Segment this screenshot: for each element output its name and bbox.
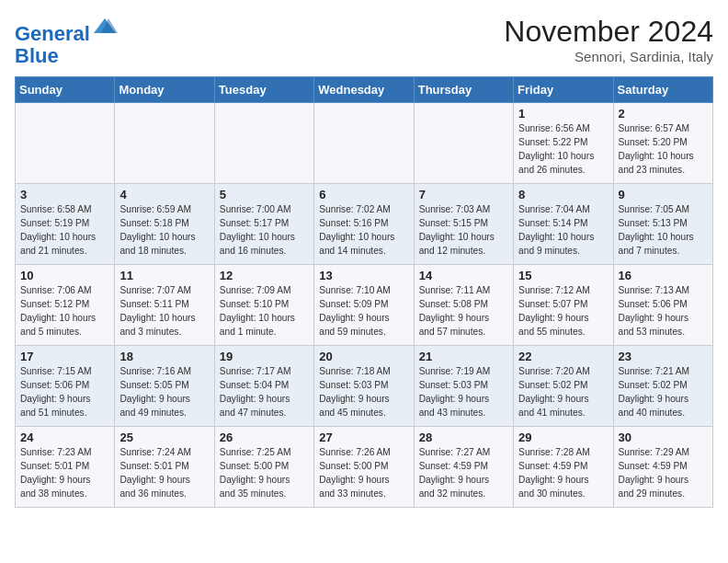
day-info: Sunrise: 7:10 AM Sunset: 5:09 PM Dayligh… (319, 284, 408, 339)
month-title: November 2024 (504, 15, 713, 49)
day-info: Sunrise: 7:06 AM Sunset: 5:12 PM Dayligh… (20, 284, 109, 339)
logo: General Blue (15, 15, 118, 67)
calendar-cell: 30Sunrise: 7:29 AM Sunset: 4:59 PM Dayli… (613, 427, 712, 508)
day-info: Sunrise: 7:17 AM Sunset: 5:04 PM Dayligh… (220, 365, 309, 419)
calendar-week-row: 3Sunrise: 6:58 AM Sunset: 5:19 PM Daylig… (16, 184, 713, 265)
day-number: 26 (220, 431, 309, 444)
day-info: Sunrise: 7:11 AM Sunset: 5:08 PM Dayligh… (419, 284, 508, 339)
day-number: 16 (619, 269, 708, 282)
calendar-cell: 8Sunrise: 7:04 AM Sunset: 5:14 PM Daylig… (514, 184, 613, 265)
day-number: 8 (518, 188, 608, 201)
day-info: Sunrise: 7:25 AM Sunset: 5:00 PM Dayligh… (220, 446, 309, 500)
day-info: Sunrise: 7:21 AM Sunset: 5:02 PM Dayligh… (619, 365, 708, 419)
day-info: Sunrise: 7:00 AM Sunset: 5:17 PM Dayligh… (220, 203, 309, 258)
day-info: Sunrise: 7:04 AM Sunset: 5:14 PM Dayligh… (518, 203, 608, 258)
calendar-week-row: 17Sunrise: 7:15 AM Sunset: 5:06 PM Dayli… (16, 346, 713, 427)
day-number: 18 (119, 350, 209, 363)
day-number: 6 (319, 188, 408, 201)
weekday-header-saturday: Saturday (613, 77, 712, 103)
day-info: Sunrise: 6:58 AM Sunset: 5:19 PM Dayligh… (20, 203, 109, 258)
day-number: 13 (319, 269, 408, 282)
logo-text: General (15, 15, 118, 45)
day-number: 24 (20, 431, 109, 444)
day-info: Sunrise: 7:20 AM Sunset: 5:02 PM Dayligh… (518, 365, 608, 419)
day-info: Sunrise: 7:29 AM Sunset: 4:59 PM Dayligh… (619, 446, 708, 500)
day-info: Sunrise: 7:23 AM Sunset: 5:01 PM Dayligh… (20, 446, 109, 500)
calendar-cell: 18Sunrise: 7:16 AM Sunset: 5:05 PM Dayli… (115, 346, 214, 427)
day-info: Sunrise: 7:12 AM Sunset: 5:07 PM Dayligh… (518, 284, 608, 339)
day-info: Sunrise: 7:15 AM Sunset: 5:06 PM Dayligh… (20, 365, 109, 419)
day-number: 19 (220, 350, 309, 363)
day-number: 7 (419, 188, 508, 201)
calendar-cell: 16Sunrise: 7:13 AM Sunset: 5:06 PM Dayli… (613, 265, 712, 346)
day-number: 3 (20, 188, 109, 201)
calendar-cell: 28Sunrise: 7:27 AM Sunset: 4:59 PM Dayli… (414, 427, 513, 508)
day-info: Sunrise: 7:18 AM Sunset: 5:03 PM Dayligh… (319, 365, 408, 419)
day-number: 15 (518, 269, 608, 282)
calendar-cell: 20Sunrise: 7:18 AM Sunset: 5:03 PM Dayli… (314, 346, 414, 427)
calendar-cell: 5Sunrise: 7:00 AM Sunset: 5:17 PM Daylig… (214, 184, 313, 265)
weekday-header-friday: Friday (514, 77, 613, 103)
calendar-cell (214, 103, 313, 184)
weekday-header-monday: Monday (115, 77, 214, 103)
day-number: 2 (619, 107, 708, 121)
calendar-cell (314, 103, 414, 184)
day-info: Sunrise: 7:05 AM Sunset: 5:13 PM Dayligh… (619, 203, 708, 258)
calendar-week-row: 24Sunrise: 7:23 AM Sunset: 5:01 PM Dayli… (16, 427, 713, 508)
day-number: 29 (518, 431, 608, 444)
calendar-week-row: 1Sunrise: 6:56 AM Sunset: 5:22 PM Daylig… (16, 103, 713, 184)
calendar-cell: 22Sunrise: 7:20 AM Sunset: 5:02 PM Dayli… (514, 346, 613, 427)
calendar-cell: 17Sunrise: 7:15 AM Sunset: 5:06 PM Dayli… (16, 346, 115, 427)
day-number: 20 (319, 350, 408, 363)
calendar-table: SundayMondayTuesdayWednesdayThursdayFrid… (15, 76, 713, 508)
day-info: Sunrise: 7:28 AM Sunset: 4:59 PM Dayligh… (518, 446, 608, 500)
day-info: Sunrise: 7:27 AM Sunset: 4:59 PM Dayligh… (419, 446, 508, 500)
calendar-cell: 7Sunrise: 7:03 AM Sunset: 5:15 PM Daylig… (414, 184, 513, 265)
calendar-cell: 2Sunrise: 6:57 AM Sunset: 5:20 PM Daylig… (613, 103, 712, 184)
day-number: 11 (119, 269, 209, 282)
day-number: 22 (518, 350, 608, 363)
calendar-cell: 27Sunrise: 7:26 AM Sunset: 5:00 PM Dayli… (314, 427, 414, 508)
day-number: 14 (419, 269, 508, 282)
day-info: Sunrise: 7:13 AM Sunset: 5:06 PM Dayligh… (619, 284, 708, 339)
calendar-cell: 14Sunrise: 7:11 AM Sunset: 5:08 PM Dayli… (414, 265, 513, 346)
calendar-cell: 3Sunrise: 6:58 AM Sunset: 5:19 PM Daylig… (16, 184, 115, 265)
day-number: 21 (419, 350, 508, 363)
calendar-cell: 19Sunrise: 7:17 AM Sunset: 5:04 PM Dayli… (214, 346, 313, 427)
day-info: Sunrise: 7:07 AM Sunset: 5:11 PM Dayligh… (119, 284, 209, 339)
logo-blue: Blue (15, 45, 118, 67)
calendar-cell (115, 103, 214, 184)
calendar-cell: 6Sunrise: 7:02 AM Sunset: 5:16 PM Daylig… (314, 184, 414, 265)
day-number: 5 (220, 188, 309, 201)
weekday-header-row: SundayMondayTuesdayWednesdayThursdayFrid… (16, 77, 713, 103)
day-number: 4 (119, 188, 209, 201)
day-number: 25 (119, 431, 209, 444)
calendar-cell (414, 103, 513, 184)
weekday-header-thursday: Thursday (414, 77, 513, 103)
day-info: Sunrise: 7:02 AM Sunset: 5:16 PM Dayligh… (319, 203, 408, 258)
day-number: 30 (619, 431, 708, 444)
calendar-cell: 13Sunrise: 7:10 AM Sunset: 5:09 PM Dayli… (314, 265, 414, 346)
page-header: General Blue November 2024 Sennori, Sard… (15, 15, 713, 67)
calendar-cell: 10Sunrise: 7:06 AM Sunset: 5:12 PM Dayli… (16, 265, 115, 346)
calendar-cell: 1Sunrise: 6:56 AM Sunset: 5:22 PM Daylig… (514, 103, 613, 184)
calendar-cell: 4Sunrise: 6:59 AM Sunset: 5:18 PM Daylig… (115, 184, 214, 265)
day-info: Sunrise: 7:26 AM Sunset: 5:00 PM Dayligh… (319, 446, 408, 500)
day-info: Sunrise: 7:19 AM Sunset: 5:03 PM Dayligh… (419, 365, 508, 419)
day-number: 28 (419, 431, 508, 444)
day-number: 9 (619, 188, 708, 201)
calendar-cell: 11Sunrise: 7:07 AM Sunset: 5:11 PM Dayli… (115, 265, 214, 346)
day-info: Sunrise: 6:56 AM Sunset: 5:22 PM Dayligh… (518, 122, 608, 177)
calendar-cell: 15Sunrise: 7:12 AM Sunset: 5:07 PM Dayli… (514, 265, 613, 346)
calendar-cell: 26Sunrise: 7:25 AM Sunset: 5:00 PM Dayli… (214, 427, 313, 508)
title-block: November 2024 Sennori, Sardinia, Italy (504, 15, 713, 64)
calendar-cell: 23Sunrise: 7:21 AM Sunset: 5:02 PM Dayli… (613, 346, 712, 427)
calendar-cell: 21Sunrise: 7:19 AM Sunset: 5:03 PM Dayli… (414, 346, 513, 427)
location-subtitle: Sennori, Sardinia, Italy (504, 49, 713, 64)
calendar-cell: 25Sunrise: 7:24 AM Sunset: 5:01 PM Dayli… (115, 427, 214, 508)
calendar-week-row: 10Sunrise: 7:06 AM Sunset: 5:12 PM Dayli… (16, 265, 713, 346)
day-info: Sunrise: 6:59 AM Sunset: 5:18 PM Dayligh… (119, 203, 209, 258)
day-info: Sunrise: 7:09 AM Sunset: 5:10 PM Dayligh… (220, 284, 309, 339)
logo-icon (92, 15, 118, 40)
calendar-cell: 24Sunrise: 7:23 AM Sunset: 5:01 PM Dayli… (16, 427, 115, 508)
